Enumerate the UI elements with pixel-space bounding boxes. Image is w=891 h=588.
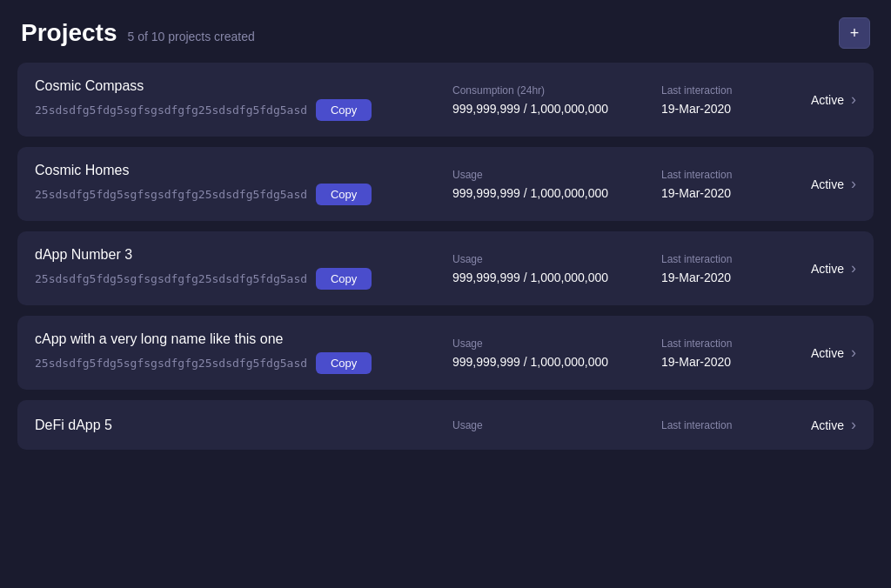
add-icon: + [850, 24, 860, 43]
status-text: Active [811, 346, 844, 360]
project-card[interactable]: DeFi dApp 5 Usage Last interaction Activ… [17, 400, 874, 450]
project-key: 25sdsdfg5fdg5sgfsgsdfgfg25sdsdfg5fdg5asd [35, 188, 307, 201]
project-card[interactable]: Cosmic Compass 25sdsdfg5fdg5sgfsgsdfgfg2… [17, 63, 874, 137]
interaction-label: Last interaction [661, 419, 774, 431]
project-stats: Usage 999,999,999 / 1,000,000,000 Last i… [452, 169, 856, 200]
projects-list: Cosmic Compass 25sdsdfg5fdg5sgfsgsdfgfg2… [0, 63, 891, 450]
status-text: Active [811, 93, 844, 107]
chevron-right-icon: › [851, 416, 856, 434]
consumption-stat: Usage 999,999,999 / 1,000,000,000 [452, 169, 626, 200]
copy-button[interactable]: Copy [316, 99, 372, 121]
project-status: Active › [811, 175, 856, 193]
project-card[interactable]: cApp with a very long name like this one… [17, 316, 874, 390]
copy-button[interactable]: Copy [316, 268, 372, 290]
interaction-label: Last interaction [661, 84, 774, 97]
project-key-row: 25sdsdfg5fdg5sgfsgsdfgfg25sdsdfg5fdg5asd… [35, 184, 452, 205]
consumption-stat: Consumption (24hr) 999,999,999 / 1,000,0… [452, 84, 626, 116]
stat-value: 999,999,999 / 1,000,000,000 [452, 102, 626, 116]
project-status: Active › [811, 259, 856, 277]
project-card[interactable]: Cosmic Homes 25sdsdfg5fdg5sgfsgsdfgfg25s… [17, 147, 874, 221]
project-key: 25sdsdfg5fdg5sgfsgsdfgfg25sdsdfg5fdg5asd [35, 357, 307, 370]
projects-count: 5 of 10 projects created [128, 30, 255, 43]
interaction-date: 19-Mar-2020 [661, 271, 774, 284]
project-key: 25sdsdfg5fdg5sgfsgsdfgfg25sdsdfg5fdg5asd [35, 104, 307, 117]
project-key-row: 25sdsdfg5fdg5sgfsgsdfgfg25sdsdfg5fdg5asd… [35, 99, 452, 121]
project-key-row: 25sdsdfg5fdg5sgfsgsdfgfg25sdsdfg5fdg5asd… [35, 268, 452, 290]
page-title: Projects [21, 19, 117, 47]
project-stats: Consumption (24hr) 999,999,999 / 1,000,0… [452, 84, 856, 116]
stat-label: Usage [452, 419, 626, 431]
interaction-stat: Last interaction 19-Mar-2020 [661, 337, 774, 369]
stat-value: 999,999,999 / 1,000,000,000 [452, 355, 626, 369]
interaction-label: Last interaction [661, 253, 774, 265]
project-stats: Usage 999,999,999 / 1,000,000,000 Last i… [452, 337, 856, 369]
chevron-right-icon: › [851, 175, 856, 193]
interaction-stat: Last interaction [661, 419, 774, 431]
consumption-stat: Usage 999,999,999 / 1,000,000,000 [452, 253, 626, 284]
project-stats: Usage 999,999,999 / 1,000,000,000 Last i… [452, 253, 856, 284]
project-status: Active › [811, 90, 856, 109]
consumption-stat: Usage [452, 419, 626, 431]
project-key: 25sdsdfg5fdg5sgfsgsdfgfg25sdsdfg5fdg5asd [35, 272, 307, 285]
project-stats: Usage Last interaction Active › [452, 416, 856, 434]
interaction-stat: Last interaction 19-Mar-2020 [661, 169, 774, 200]
interaction-stat: Last interaction 19-Mar-2020 [661, 84, 774, 116]
project-name: DeFi dApp 5 [35, 418, 452, 433]
project-info: dApp Number 3 25sdsdfg5fdg5sgfsgsdfgfg25… [35, 247, 452, 290]
status-text: Active [811, 418, 844, 432]
page-header: Projects 5 of 10 projects created + [0, 0, 891, 63]
project-card[interactable]: dApp Number 3 25sdsdfg5fdg5sgfsgsdfgfg25… [17, 231, 874, 305]
project-name: Cosmic Homes [35, 163, 452, 178]
interaction-stat: Last interaction 19-Mar-2020 [661, 253, 774, 284]
interaction-date: 19-Mar-2020 [661, 102, 774, 116]
project-info: Cosmic Homes 25sdsdfg5fdg5sgfsgsdfgfg25s… [35, 163, 452, 205]
interaction-date: 19-Mar-2020 [661, 355, 774, 369]
interaction-date: 19-Mar-2020 [661, 186, 774, 200]
project-name: dApp Number 3 [35, 247, 452, 263]
chevron-right-icon: › [851, 259, 856, 277]
project-name: Cosmic Compass [35, 78, 452, 94]
chevron-right-icon: › [851, 344, 856, 362]
stat-value: 999,999,999 / 1,000,000,000 [452, 271, 626, 284]
project-status: Active › [811, 344, 856, 362]
status-text: Active [811, 262, 844, 276]
stat-value: 999,999,999 / 1,000,000,000 [452, 186, 626, 200]
copy-button[interactable]: Copy [316, 184, 372, 205]
project-info: Cosmic Compass 25sdsdfg5fdg5sgfsgsdfgfg2… [35, 78, 452, 121]
header-left: Projects 5 of 10 projects created [21, 19, 255, 47]
interaction-label: Last interaction [661, 169, 774, 181]
consumption-stat: Usage 999,999,999 / 1,000,000,000 [452, 337, 626, 369]
stat-label: Consumption (24hr) [452, 84, 626, 97]
stat-label: Usage [452, 337, 626, 350]
chevron-right-icon: › [851, 90, 856, 109]
project-status: Active › [811, 416, 856, 434]
project-key-row: 25sdsdfg5fdg5sgfsgsdfgfg25sdsdfg5fdg5asd… [35, 352, 452, 374]
interaction-label: Last interaction [661, 337, 774, 350]
stat-label: Usage [452, 169, 626, 181]
status-text: Active [811, 177, 844, 191]
stat-label: Usage [452, 253, 626, 265]
project-info: cApp with a very long name like this one… [35, 331, 452, 374]
copy-button[interactable]: Copy [316, 352, 372, 374]
project-info: DeFi dApp 5 [35, 418, 452, 433]
add-project-button[interactable]: + [839, 17, 870, 49]
project-name: cApp with a very long name like this one [35, 331, 452, 347]
